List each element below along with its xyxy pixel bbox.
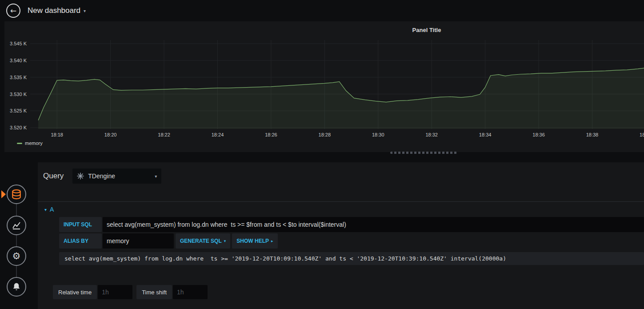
svg-text:18:38: 18:38 — [586, 132, 599, 137]
svg-text:18:32: 18:32 — [425, 132, 438, 137]
tab-visualization[interactable] — [7, 216, 26, 235]
chart-canvas[interactable]: 18:1818:2018:2218:2418:2618:2818:3018:32… — [4, 39, 644, 140]
tab-alert[interactable] — [7, 277, 26, 297]
time-options-row: Relative time Time shift — [53, 285, 644, 299]
svg-text:18:34: 18:34 — [479, 132, 492, 137]
back-arrow-icon: ← — [10, 6, 16, 15]
svg-text:3.545 K: 3.545 K — [10, 41, 27, 46]
query-ref-row[interactable]: ▾ A — [38, 202, 644, 217]
query-header: Query TDengine ▾ — [38, 168, 644, 184]
input-sql-field[interactable] — [103, 217, 644, 232]
panel-editor: ⚙ Query TDengine ▾ — [0, 162, 644, 309]
line-chart-icon — [12, 221, 21, 230]
svg-text:18:40: 18:40 — [640, 132, 644, 137]
svg-text:18:36: 18:36 — [532, 132, 545, 137]
input-sql-row: INPUT SQL — [59, 217, 644, 232]
svg-text:18:18: 18:18 — [51, 132, 63, 137]
panel-viewport: Panel Title 18:1818:2018:2218:2418:2618:… — [4, 21, 644, 152]
svg-text:3.535 K: 3.535 K — [10, 75, 27, 80]
alias-by-field[interactable] — [103, 233, 174, 249]
input-sql-label: INPUT SQL — [59, 217, 102, 232]
database-icon — [12, 189, 21, 200]
tab-queries[interactable] — [7, 185, 26, 204]
svg-text:3.520 K: 3.520 K — [10, 125, 27, 130]
show-help-button[interactable]: SHOW HELP ▸ — [232, 233, 277, 249]
svg-text:18:24: 18:24 — [212, 132, 224, 137]
tdengine-logo-icon — [77, 173, 84, 180]
svg-text:18:30: 18:30 — [372, 132, 384, 137]
tab-rail-connector — [16, 194, 17, 287]
datasource-picker[interactable]: TDengine ▾ — [72, 169, 161, 184]
legend-item-memory[interactable]: memory — [25, 140, 43, 146]
bell-icon — [12, 282, 21, 292]
svg-text:18:26: 18:26 — [265, 132, 277, 137]
chart-legend: memory — [17, 140, 644, 146]
svg-text:3.530 K: 3.530 K — [10, 92, 27, 97]
caret-down-icon: ▾ — [224, 239, 226, 243]
alias-by-label: ALIAS BY — [59, 233, 102, 249]
dashboard-title-text: New dashboard — [28, 6, 80, 15]
query-editor-main: Query TDengine ▾ ▾ A INPUT SQL — [38, 162, 644, 309]
relative-time-field[interactable] — [98, 285, 132, 299]
svg-text:3.525 K: 3.525 K — [10, 108, 27, 113]
top-navbar: ← New dashboard ▾ — [0, 0, 644, 21]
legend-swatch — [17, 143, 22, 144]
time-shift-label: Time shift — [136, 285, 172, 299]
active-tab-arrow-icon — [1, 190, 6, 198]
panel-resize-handle[interactable] — [390, 152, 457, 154]
caret-right-icon: ▸ — [271, 239, 273, 243]
gear-icon: ⚙ — [12, 252, 21, 261]
relative-time-label: Relative time — [53, 285, 97, 299]
svg-text:3.540 K: 3.540 K — [10, 58, 27, 63]
show-help-label: SHOW HELP — [236, 238, 269, 244]
caret-down-icon: ▾ — [84, 8, 86, 13]
svg-text:18:28: 18:28 — [319, 132, 331, 137]
tab-general[interactable]: ⚙ — [7, 246, 26, 266]
svg-text:18:22: 18:22 — [158, 132, 170, 137]
back-button[interactable]: ← — [6, 4, 20, 18]
generate-sql-label: GENERATE SQL — [180, 238, 222, 244]
section-title: Query — [43, 172, 64, 181]
dashboard-title[interactable]: New dashboard ▾ — [28, 6, 86, 15]
alias-by-row: ALIAS BY GENERATE SQL ▾ SHOW HELP ▸ — [59, 233, 644, 249]
caret-down-icon: ▾ — [155, 174, 157, 179]
graph-panel: Panel Title 18:1818:2018:2218:2418:2618:… — [4, 21, 644, 152]
generated-sql-text: select avg(mem_system) from log.dn where… — [59, 252, 644, 265]
query-ref-letter: A — [50, 206, 54, 213]
collapse-caret-icon: ▾ — [44, 207, 47, 212]
editor-tab-rail: ⚙ — [0, 162, 38, 309]
svg-text:18:20: 18:20 — [104, 132, 117, 137]
generate-sql-button[interactable]: GENERATE SQL ▾ — [176, 233, 230, 249]
datasource-name: TDengine — [88, 173, 152, 180]
panel-title[interactable]: Panel Title — [4, 21, 644, 39]
time-shift-field[interactable] — [173, 285, 208, 299]
